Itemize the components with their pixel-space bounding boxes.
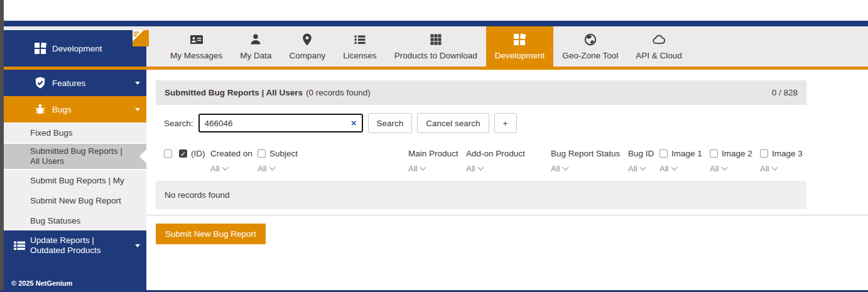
column-header: Subject <box>258 148 298 158</box>
column-label: Image 1 <box>671 149 702 158</box>
tab-products-to-download[interactable]: Products to Download <box>386 26 486 67</box>
search-button[interactable]: Search <box>368 113 413 133</box>
column-header: Bug ID <box>628 148 654 158</box>
records-found-text: (0 records found) <box>306 88 371 97</box>
tab-label: My Data <box>240 51 271 60</box>
sidebar-item-bug-statuses[interactable]: Bug Statuses <box>4 210 146 230</box>
submit-new-bug-report-button[interactable]: Submit New Bug Report <box>156 224 266 244</box>
record-counter: 0 / 828 <box>772 88 798 97</box>
column-label: Main Product <box>408 149 458 158</box>
location-pin-icon <box>300 33 314 46</box>
chevron-down-icon <box>135 108 140 111</box>
filter-value: All <box>258 164 266 173</box>
tab-label: Development <box>495 51 545 60</box>
app-window: My MessagesMy DataCompanyLicensesProduct… <box>0 0 868 292</box>
tab-development[interactable]: Development <box>486 26 554 67</box>
column-label: Image 2 <box>722 149 752 158</box>
column-subject: SubjectAll <box>258 148 298 173</box>
checkbox-image-3[interactable] <box>760 149 768 158</box>
column-header: Created on <box>210 148 252 158</box>
checkbox-select-all[interactable] <box>164 149 172 158</box>
sidebar-header-label: Development <box>52 44 102 53</box>
grid-3x3-icon <box>429 33 443 46</box>
sidebar-item-submit-new-bug-report[interactable]: Submit New Bug Report <box>4 190 146 210</box>
tab-my-messages[interactable]: My Messages <box>161 26 231 67</box>
checkbox-id[interactable]: ✓ <box>179 149 187 158</box>
filter-value: All <box>551 164 560 173</box>
sidebar-item-label: Bug Statuses <box>30 216 80 225</box>
checkbox-image-2[interactable] <box>710 149 718 158</box>
grid-2x2-icon <box>513 33 526 46</box>
chevron-down-icon <box>135 82 140 85</box>
sidebar-item-update-reports-outdated-products[interactable]: Update Reports | Outdated Products <box>4 230 146 261</box>
tab-label: Geo-Zone Tool <box>562 51 618 60</box>
filter-dropdown[interactable]: All <box>408 164 458 173</box>
filter-dropdown[interactable]: All <box>551 164 620 173</box>
sidebar-item-fixed-bugs[interactable]: Fixed Bugs <box>4 122 146 143</box>
filter-dropdown[interactable]: All <box>710 164 752 173</box>
chevron-down-icon <box>772 165 778 171</box>
filter-dropdown[interactable]: All <box>258 164 298 173</box>
sidebar-item-label: Bugs <box>52 105 72 114</box>
filter-dropdown[interactable]: All <box>760 164 803 173</box>
checkbox-subject[interactable] <box>258 149 266 158</box>
list-lines-icon <box>353 33 367 46</box>
column-header <box>164 148 172 158</box>
chevron-down-icon <box>671 165 678 171</box>
column-bug-id: Bug IDAll <box>628 148 654 173</box>
sidebar-header[interactable]: Development <box>4 30 146 67</box>
column-header: Add-on Product <box>466 148 525 158</box>
filter-dropdown[interactable]: All <box>628 164 654 173</box>
tab-label: API & Cloud <box>636 51 682 60</box>
copyright-text: © 2025 NetGenium <box>11 279 72 287</box>
tab-geo-zone-tool[interactable]: Geo-Zone Tool <box>553 26 627 67</box>
filter-value: All <box>466 164 475 173</box>
bug-icon <box>33 102 47 116</box>
column-header: Image 2 <box>710 148 752 158</box>
table-header: ✓(ID)Created onAllSubjectAllMain Product… <box>156 148 806 178</box>
tab-label: Products to Download <box>394 51 477 60</box>
clear-search-icon[interactable]: × <box>351 117 357 128</box>
page-title: Submitted Bug Reports | All Users <box>165 88 303 97</box>
column-select-all <box>164 148 172 158</box>
sidebar-item-submitted-bug-reports-all-users[interactable]: Submitted Bug Reports | All Users <box>4 143 146 170</box>
column-header: Main Product <box>408 148 458 158</box>
search-input[interactable] <box>198 114 363 132</box>
column-header: ✓(ID) <box>179 148 205 158</box>
tab-licenses[interactable]: Licenses <box>334 26 385 67</box>
sidebar-item-label: Features <box>52 78 85 88</box>
sidebar-item-submit-bug-reports-my[interactable]: Submit Bug Reports | My <box>4 170 146 190</box>
chevron-down-icon <box>135 244 140 247</box>
tab-my-data[interactable]: My Data <box>231 26 280 67</box>
column-header: Bug Report Status <box>551 148 620 158</box>
tab-label: Company <box>290 51 326 60</box>
add-search-criteria-button[interactable]: + <box>494 113 517 133</box>
panel-header: Submitted Bug Reports | All Users (0 rec… <box>156 80 806 105</box>
column-label: Created on <box>210 149 252 158</box>
sidebar-footer-area: © 2025 NetGenium <box>4 261 146 292</box>
chevron-down-icon <box>269 165 276 171</box>
sidebar-item-label: Fixed Bugs <box>30 128 73 138</box>
column-header: Image 3 <box>760 148 803 158</box>
filter-dropdown[interactable]: All <box>210 164 252 173</box>
column-label: Bug ID <box>628 149 654 158</box>
chevron-down-icon <box>640 165 646 171</box>
filter-dropdown[interactable]: All <box>466 164 525 173</box>
shield-check-icon <box>33 76 47 90</box>
tab-label: Licenses <box>343 51 376 60</box>
search-box: × <box>198 114 363 132</box>
column-label: Bug Report Status <box>551 149 620 158</box>
chevron-down-icon <box>478 165 484 171</box>
tab-company[interactable]: Company <box>281 26 335 67</box>
cancel-search-button[interactable]: Cancel search <box>417 113 489 133</box>
tab-label: My Messages <box>170 51 222 60</box>
sidebar-item-bugs[interactable]: Bugs <box>4 96 146 122</box>
filter-dropdown[interactable]: All <box>659 164 702 173</box>
section-divider <box>146 215 868 215</box>
empty-message: No records found <box>165 190 230 200</box>
empty-result-row: No records found <box>156 181 806 209</box>
chevron-down-icon <box>563 165 569 171</box>
sidebar-item-features[interactable]: Features <box>4 70 146 96</box>
checkbox-image-1[interactable] <box>659 149 668 158</box>
tab-api-cloud[interactable]: API & Cloud <box>627 26 691 67</box>
